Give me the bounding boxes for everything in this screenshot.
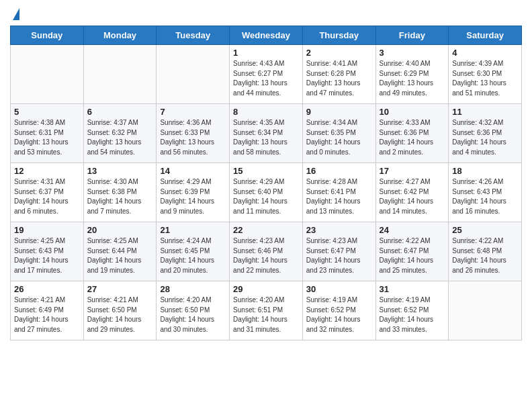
- day-number: 24: [380, 225, 445, 235]
- day-number: 30: [306, 284, 372, 294]
- day-number: 31: [380, 284, 445, 294]
- day-number: 23: [306, 225, 372, 235]
- calendar-cell: 17Sunrise: 4:27 AMSunset: 6:42 PMDayligh…: [375, 163, 449, 222]
- day-info: Sunrise: 4:30 AMSunset: 6:38 PMDaylight:…: [87, 177, 153, 216]
- day-number: 11: [452, 107, 518, 117]
- day-info: Sunrise: 4:33 AMSunset: 6:36 PMDaylight:…: [380, 118, 445, 157]
- day-number: 29: [233, 284, 299, 294]
- calendar-cell: 2Sunrise: 4:41 AMSunset: 6:28 PMDaylight…: [302, 45, 375, 104]
- day-info: Sunrise: 4:38 AMSunset: 6:31 PMDaylight:…: [14, 118, 80, 157]
- calendar-cell: 12Sunrise: 4:31 AMSunset: 6:37 PMDayligh…: [11, 163, 84, 222]
- day-info: Sunrise: 4:23 AMSunset: 6:47 PMDaylight:…: [306, 236, 372, 275]
- calendar-cell: 7Sunrise: 4:36 AMSunset: 6:33 PMDaylight…: [157, 104, 230, 163]
- calendar-cell: 15Sunrise: 4:29 AMSunset: 6:40 PMDayligh…: [230, 163, 303, 222]
- day-info: Sunrise: 4:26 AMSunset: 6:43 PMDaylight:…: [452, 177, 518, 216]
- day-number: 4: [452, 48, 518, 58]
- calendar-cell: [11, 45, 84, 104]
- day-info: Sunrise: 4:20 AMSunset: 6:51 PMDaylight:…: [233, 295, 299, 334]
- weekday-header-monday: Monday: [83, 26, 157, 45]
- calendar-cell: 27Sunrise: 4:21 AMSunset: 6:50 PMDayligh…: [83, 281, 157, 340]
- calendar-cell: 30Sunrise: 4:19 AMSunset: 6:52 PMDayligh…: [302, 281, 375, 340]
- weekday-header-row: SundayMondayTuesdayWednesdayThursdayFrid…: [11, 26, 522, 45]
- calendar-cell: [157, 45, 230, 104]
- calendar-cell: 9Sunrise: 4:34 AMSunset: 6:35 PMDaylight…: [302, 104, 375, 163]
- calendar-cell: 1Sunrise: 4:43 AMSunset: 6:27 PMDaylight…: [230, 45, 303, 104]
- day-number: 28: [160, 284, 226, 294]
- calendar-cell: 8Sunrise: 4:35 AMSunset: 6:34 PMDaylight…: [230, 104, 303, 163]
- logo: [10, 7, 19, 20]
- calendar-cell: 20Sunrise: 4:25 AMSunset: 6:44 PMDayligh…: [83, 222, 157, 281]
- weekday-header-wednesday: Wednesday: [230, 26, 303, 45]
- calendar-cell: 31Sunrise: 4:19 AMSunset: 6:52 PMDayligh…: [375, 281, 449, 340]
- calendar-cell: 28Sunrise: 4:20 AMSunset: 6:50 PMDayligh…: [157, 281, 230, 340]
- header: [10, 7, 522, 20]
- calendar-cell: 4Sunrise: 4:39 AMSunset: 6:30 PMDaylight…: [449, 45, 522, 104]
- page: SundayMondayTuesdayWednesdayThursdayFrid…: [0, 0, 532, 351]
- day-info: Sunrise: 4:22 AMSunset: 6:47 PMDaylight:…: [380, 236, 445, 275]
- day-number: 20: [87, 225, 153, 235]
- weekday-header-tuesday: Tuesday: [157, 26, 230, 45]
- day-number: 22: [233, 225, 299, 235]
- calendar-cell: 26Sunrise: 4:21 AMSunset: 6:49 PMDayligh…: [11, 281, 84, 340]
- calendar-cell: 16Sunrise: 4:28 AMSunset: 6:41 PMDayligh…: [302, 163, 375, 222]
- day-number: 10: [380, 107, 445, 117]
- day-info: Sunrise: 4:41 AMSunset: 6:28 PMDaylight:…: [306, 59, 372, 98]
- day-number: 21: [160, 225, 226, 235]
- calendar-week-row: 19Sunrise: 4:25 AMSunset: 6:43 PMDayligh…: [11, 222, 522, 281]
- weekday-header-friday: Friday: [375, 26, 449, 45]
- day-info: Sunrise: 4:39 AMSunset: 6:30 PMDaylight:…: [452, 59, 518, 98]
- day-number: 7: [160, 107, 226, 117]
- calendar-cell: 13Sunrise: 4:30 AMSunset: 6:38 PMDayligh…: [83, 163, 157, 222]
- day-number: 16: [306, 166, 372, 176]
- day-number: 9: [306, 107, 372, 117]
- day-info: Sunrise: 4:25 AMSunset: 6:43 PMDaylight:…: [14, 236, 80, 275]
- day-info: Sunrise: 4:22 AMSunset: 6:48 PMDaylight:…: [452, 236, 518, 275]
- day-number: 3: [380, 48, 445, 58]
- day-info: Sunrise: 4:34 AMSunset: 6:35 PMDaylight:…: [306, 118, 372, 157]
- calendar-cell: 24Sunrise: 4:22 AMSunset: 6:47 PMDayligh…: [375, 222, 449, 281]
- calendar-cell: 21Sunrise: 4:24 AMSunset: 6:45 PMDayligh…: [157, 222, 230, 281]
- day-number: 6: [87, 107, 153, 117]
- weekday-header-saturday: Saturday: [449, 26, 522, 45]
- day-info: Sunrise: 4:29 AMSunset: 6:39 PMDaylight:…: [160, 177, 226, 216]
- weekday-header-sunday: Sunday: [11, 26, 84, 45]
- day-info: Sunrise: 4:36 AMSunset: 6:33 PMDaylight:…: [160, 118, 226, 157]
- day-number: 25: [452, 225, 518, 235]
- calendar-cell: 18Sunrise: 4:26 AMSunset: 6:43 PMDayligh…: [449, 163, 522, 222]
- calendar-cell: 3Sunrise: 4:40 AMSunset: 6:29 PMDaylight…: [375, 45, 449, 104]
- calendar-cell: 22Sunrise: 4:23 AMSunset: 6:46 PMDayligh…: [230, 222, 303, 281]
- day-info: Sunrise: 4:20 AMSunset: 6:50 PMDaylight:…: [160, 295, 226, 334]
- day-info: Sunrise: 4:28 AMSunset: 6:41 PMDaylight:…: [306, 177, 372, 216]
- calendar-cell: 23Sunrise: 4:23 AMSunset: 6:47 PMDayligh…: [302, 222, 375, 281]
- calendar-table: SundayMondayTuesdayWednesdayThursdayFrid…: [10, 26, 522, 340]
- calendar-week-row: 26Sunrise: 4:21 AMSunset: 6:49 PMDayligh…: [11, 281, 522, 340]
- day-number: 18: [452, 166, 518, 176]
- day-info: Sunrise: 4:19 AMSunset: 6:52 PMDaylight:…: [306, 295, 372, 334]
- calendar-cell: 25Sunrise: 4:22 AMSunset: 6:48 PMDayligh…: [449, 222, 522, 281]
- day-number: 12: [14, 166, 80, 176]
- calendar-cell: 14Sunrise: 4:29 AMSunset: 6:39 PMDayligh…: [157, 163, 230, 222]
- day-info: Sunrise: 4:23 AMSunset: 6:46 PMDaylight:…: [233, 236, 299, 275]
- day-info: Sunrise: 4:27 AMSunset: 6:42 PMDaylight:…: [380, 177, 445, 216]
- day-info: Sunrise: 4:37 AMSunset: 6:32 PMDaylight:…: [87, 118, 153, 157]
- day-info: Sunrise: 4:25 AMSunset: 6:44 PMDaylight:…: [87, 236, 153, 275]
- calendar-cell: 6Sunrise: 4:37 AMSunset: 6:32 PMDaylight…: [83, 104, 157, 163]
- day-number: 13: [87, 166, 153, 176]
- day-number: 5: [14, 107, 80, 117]
- day-info: Sunrise: 4:24 AMSunset: 6:45 PMDaylight:…: [160, 236, 226, 275]
- calendar-week-row: 12Sunrise: 4:31 AMSunset: 6:37 PMDayligh…: [11, 163, 522, 222]
- weekday-header-thursday: Thursday: [302, 26, 375, 45]
- day-info: Sunrise: 4:43 AMSunset: 6:27 PMDaylight:…: [233, 59, 299, 98]
- day-info: Sunrise: 4:32 AMSunset: 6:36 PMDaylight:…: [452, 118, 518, 157]
- calendar-week-row: 1Sunrise: 4:43 AMSunset: 6:27 PMDaylight…: [11, 45, 522, 104]
- day-number: 26: [14, 284, 80, 294]
- calendar-cell: 5Sunrise: 4:38 AMSunset: 6:31 PMDaylight…: [11, 104, 84, 163]
- day-info: Sunrise: 4:31 AMSunset: 6:37 PMDaylight:…: [14, 177, 80, 216]
- calendar-cell: [449, 281, 522, 340]
- day-info: Sunrise: 4:40 AMSunset: 6:29 PMDaylight:…: [380, 59, 445, 98]
- day-number: 27: [87, 284, 153, 294]
- calendar-cell: 19Sunrise: 4:25 AMSunset: 6:43 PMDayligh…: [11, 222, 84, 281]
- day-number: 15: [233, 166, 299, 176]
- day-info: Sunrise: 4:21 AMSunset: 6:49 PMDaylight:…: [14, 295, 80, 334]
- logo-triangle-icon: [13, 8, 19, 20]
